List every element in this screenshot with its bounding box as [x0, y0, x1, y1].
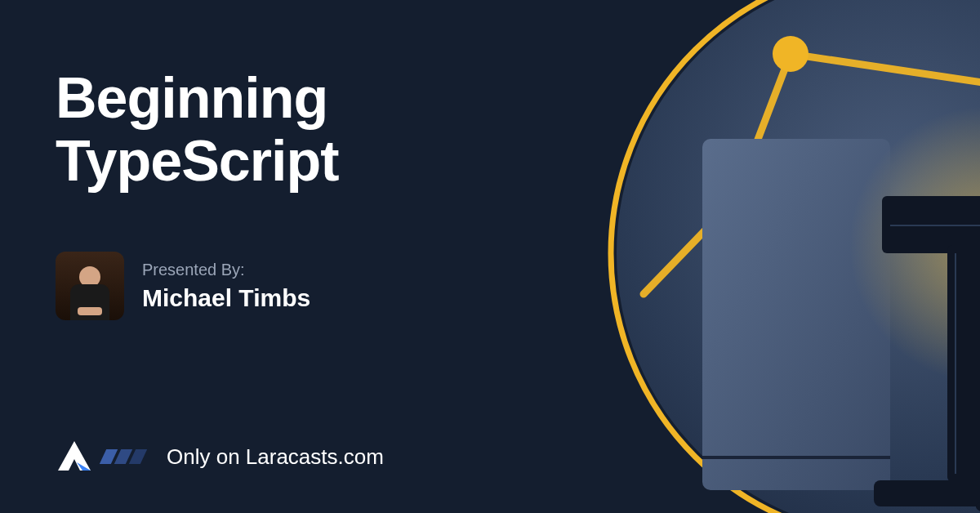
title-line-2: TypeScript: [56, 129, 339, 193]
footer-text: Only on Laracasts.com: [167, 444, 384, 470]
laracasts-logo-icon: [56, 439, 93, 474]
presenter-avatar: [56, 252, 124, 320]
course-title: Beginning TypeScript: [56, 67, 339, 193]
title-line-1: Beginning: [56, 66, 327, 130]
presenter-name: Michael Timbs: [142, 284, 310, 312]
logo-slashes-icon: [103, 449, 144, 464]
presenter-row: Presented By: Michael Timbs: [56, 252, 339, 320]
svg-point-7: [773, 36, 808, 72]
footer: Only on Laracasts.com: [56, 439, 384, 474]
svg-rect-12: [947, 245, 980, 482]
hero-illustration: [596, 0, 980, 513]
presented-by-label: Presented By:: [142, 261, 310, 279]
brand-logo: [56, 439, 144, 474]
svg-rect-16: [874, 480, 980, 506]
